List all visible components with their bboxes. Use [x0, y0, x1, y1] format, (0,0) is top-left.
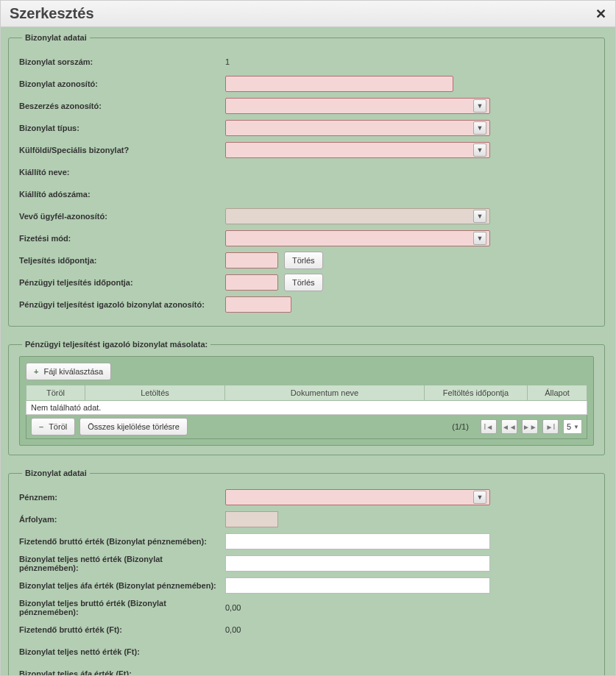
th-name: Dokumentum neve: [225, 385, 425, 400]
panel-bizonylat-adatai-2: Bizonylat adatai Pénznem: ▼ Árfolyam: Fi…: [8, 469, 605, 675]
label-fiz-brutto-pn: Fizetendő bruttó érték (Bizonylat pénzne…: [19, 537, 225, 546]
chevron-down-icon: ▼: [473, 99, 486, 113]
label-vevo: Vevő ügyfél-azonosító:: [19, 212, 225, 221]
label-teljesites: Teljesítés időpontja:: [19, 256, 225, 265]
pager-size-select[interactable]: 5: [563, 419, 582, 434]
value-brutto-pn: 0,00: [225, 603, 241, 612]
value-sorszam: 1: [225, 57, 230, 66]
minus-icon: [39, 422, 46, 431]
pager-first-icon[interactable]: I◄: [481, 419, 497, 434]
combo-vevo[interactable]: ▼: [225, 208, 490, 224]
chevron-down-icon: ▼: [473, 121, 486, 135]
label-sorszam: Bizonylat sorszám:: [19, 57, 225, 66]
label-arfolyam: Árfolyam:: [19, 515, 225, 524]
combo-tipus[interactable]: ▼: [225, 120, 490, 136]
panel-legend: Bizonylat adatai: [22, 33, 90, 42]
label-afa-pn: Bizonylat teljes áfa érték (Bizonylat pé…: [19, 581, 225, 590]
plus-icon: [34, 367, 40, 376]
label-kulfoldi: Külföldi/Speciális bizonylat?: [19, 146, 225, 154]
label-brutto-pn: Bizonylat teljes bruttó érték (Bizonylat…: [19, 599, 225, 616]
th-status: Állapot: [528, 385, 587, 400]
dialog-title: Szerkesztés: [10, 5, 94, 22]
clear-teljesites-button[interactable]: Törlés: [284, 252, 323, 269]
th-delete: Töröl: [26, 385, 85, 400]
delete-label: Töröl: [49, 422, 67, 431]
input-penzteljesites-date[interactable]: [225, 274, 278, 291]
delete-selected-button[interactable]: Töröl: [31, 418, 75, 435]
clear-penzteljesites-button[interactable]: Törlés: [284, 274, 323, 291]
label-netto-pn: Bizonylat teljes nettó érték (Bizonylat …: [19, 555, 225, 572]
label-fiz-brutto-ft: Fizetendő bruttó érték (Ft):: [19, 625, 225, 634]
input-netto-pn[interactable]: [225, 555, 490, 572]
dialog-body[interactable]: Bizonylat adatai Bizonylat sorszám: 1 Bi…: [1, 27, 615, 675]
label-kiallito-ado: Kiállító adószáma:: [19, 190, 225, 199]
pager-info: (1/1): [452, 422, 469, 431]
label-beszerzes: Beszerzés azonosító:: [19, 102, 225, 110]
pager-prev-icon[interactable]: ◄◄: [501, 419, 517, 434]
input-afa-pn[interactable]: [225, 577, 490, 594]
combo-kulfoldi[interactable]: ▼: [225, 142, 490, 158]
chevron-down-icon: ▼: [473, 210, 486, 223]
chevron-down-icon: ▼: [473, 232, 486, 245]
pager-size-value: 5: [567, 422, 571, 431]
edit-dialog: Szerkesztés ✕ Bizonylat adatai Bizonylat…: [0, 0, 616, 676]
panel-bizonylat-adatai-1: Bizonylat adatai Bizonylat sorszám: 1 Bi…: [8, 33, 605, 327]
label-penzteljesites: Pénzügyi teljesítés időpontja:: [19, 278, 225, 287]
file-table-empty: Nem található adat.: [26, 401, 587, 415]
select-file-label: Fájl kiválasztása: [43, 367, 103, 376]
label-tipus: Bizonylat típus:: [19, 124, 225, 132]
input-penzbiz[interactable]: [225, 296, 291, 313]
close-icon[interactable]: ✕: [595, 6, 606, 22]
label-netto-ft: Bizonylat teljes nettó érték (Ft):: [19, 647, 225, 656]
label-penznem: Pénznem:: [19, 493, 225, 502]
label-kiallito-nev: Kiállító neve:: [19, 168, 225, 177]
panel-legend: Pénzügyi teljesítést igazoló bizonylat m…: [22, 340, 210, 349]
input-arfolyam[interactable]: [225, 511, 278, 527]
pager-next-icon[interactable]: ►►: [522, 419, 538, 434]
input-fiz-brutto-pn[interactable]: [225, 533, 490, 549]
file-upload-section: Fájl kiválasztása Töröl Letöltés Dokumen…: [19, 356, 594, 446]
combo-fizmod[interactable]: ▼: [225, 230, 490, 246]
file-table-header: Töröl Letöltés Dokumentum neve Feltöltés…: [26, 385, 587, 401]
combo-beszerzes[interactable]: ▼: [225, 98, 490, 114]
input-teljesites-date[interactable]: [225, 252, 278, 268]
th-download: Letöltés: [85, 385, 225, 400]
chevron-down-icon: ▼: [473, 491, 486, 504]
chevron-down-icon: ▼: [473, 143, 486, 157]
pager-row: Töröl Összes kijelölése törlésre (1/1) I…: [26, 415, 587, 439]
label-afa-ft: Bizonylat teljes áfa érték (Ft):: [19, 669, 225, 675]
dialog-header: Szerkesztés ✕: [1, 1, 615, 27]
label-fizmod: Fizetési mód:: [19, 234, 225, 243]
panel-file-penzugyi: Pénzügyi teljesítést igazoló bizonylat m…: [8, 340, 605, 455]
value-fiz-brutto-ft: 0,00: [225, 625, 241, 634]
pager-last-icon[interactable]: ►I: [542, 419, 559, 434]
label-azonosito: Bizonylat azonosító:: [19, 79, 225, 88]
th-time: Feltöltés időpontja: [425, 385, 528, 400]
label-penzbiz: Pénzügyi teljesítést igazoló bizonylat a…: [19, 300, 225, 309]
input-azonosito[interactable]: [225, 76, 453, 92]
select-file-button[interactable]: Fájl kiválasztása: [26, 363, 111, 380]
select-all-delete-button[interactable]: Összes kijelölése törlésre: [79, 418, 188, 435]
panel-legend: Bizonylat adatai: [22, 469, 90, 477]
combo-penznem[interactable]: ▼: [225, 489, 490, 505]
